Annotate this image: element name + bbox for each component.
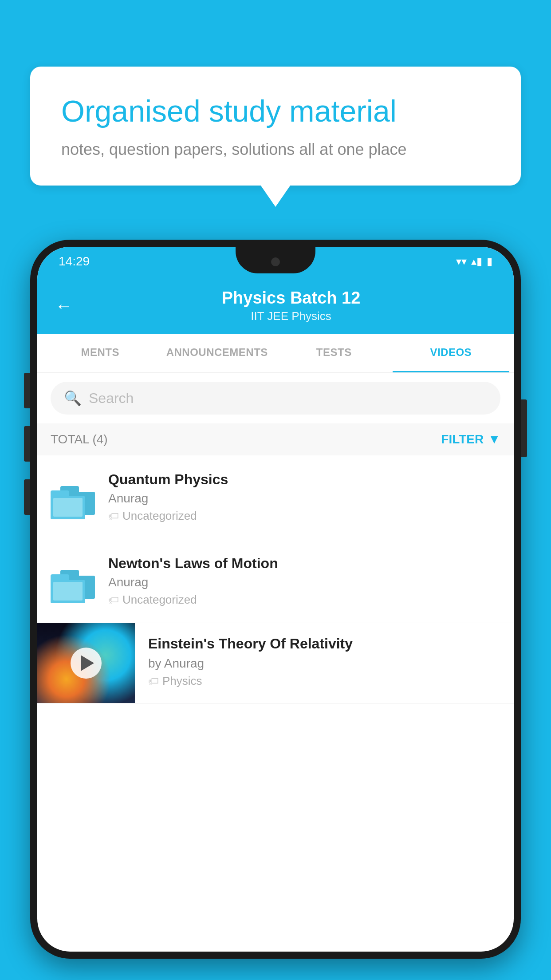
folder-front: [51, 490, 85, 519]
filter-bar: TOTAL (4) FILTER ▼: [37, 423, 514, 455]
tag-icon-3: 🏷: [148, 675, 159, 688]
filter-icon: ▼: [488, 432, 500, 447]
folder-icon: [51, 559, 95, 603]
video-title-2: Newton's Laws of Motion: [108, 555, 500, 572]
tab-tests[interactable]: TESTS: [276, 334, 393, 372]
camera-dot: [271, 257, 280, 266]
header-title: Physics Batch 12: [86, 288, 496, 308]
list-item[interactable]: Quantum Physics Anurag 🏷 Uncategorized: [37, 455, 514, 539]
tag-text-1: Uncategorized: [122, 509, 197, 523]
bubble-subtitle: notes, question papers, solutions all at…: [61, 140, 490, 159]
status-icons: ▾▾ ▴▮ ▮: [456, 255, 492, 268]
signal-icon: ▴▮: [471, 255, 482, 268]
phone-frame: 14:29 ▾▾ ▴▮ ▮ ← Physics Batch 12 IIT JEE…: [30, 240, 521, 959]
search-bar[interactable]: 🔍 Search: [51, 382, 500, 415]
folder-icon: [51, 475, 95, 519]
folder-front: [51, 574, 85, 603]
folder-front-body: [51, 580, 85, 603]
list-item[interactable]: Newton's Laws of Motion Anurag 🏷 Uncateg…: [37, 539, 514, 623]
video-tag-1: 🏷 Uncategorized: [108, 509, 500, 523]
video-title-3: Einstein's Theory Of Relativity: [148, 636, 500, 652]
folder-front-body: [51, 496, 85, 519]
tag-icon-1: 🏷: [108, 510, 119, 522]
tab-videos[interactable]: VIDEOS: [393, 334, 510, 372]
tag-icon-2: 🏷: [108, 594, 119, 606]
total-count: TOTAL (4): [51, 432, 108, 447]
search-container: 🔍 Search: [37, 373, 514, 423]
play-icon: [81, 655, 94, 671]
speech-bubble-container: Organised study material notes, question…: [30, 67, 521, 186]
header-subtitle: IIT JEE Physics: [86, 309, 496, 323]
status-bar: 14:29 ▾▾ ▴▮ ▮: [37, 247, 514, 276]
folder-thumbnail-1: [51, 473, 95, 522]
video-thumbnail-3: [37, 623, 135, 703]
notch: [236, 247, 315, 273]
video-author-1: Anurag: [108, 491, 500, 506]
filter-label: FILTER: [441, 432, 484, 447]
phone-wrapper: 14:29 ▾▾ ▴▮ ▮ ← Physics Batch 12 IIT JEE…: [30, 240, 521, 959]
list-item[interactable]: Einstein's Theory Of Relativity by Anura…: [37, 623, 514, 703]
search-placeholder: Search: [89, 390, 134, 407]
wifi-icon: ▾▾: [456, 255, 467, 268]
filter-button[interactable]: FILTER ▼: [441, 432, 500, 447]
phone-screen: 14:29 ▾▾ ▴▮ ▮ ← Physics Batch 12 IIT JEE…: [37, 247, 514, 952]
speech-bubble: Organised study material notes, question…: [30, 67, 521, 186]
status-time: 14:29: [59, 254, 90, 269]
battery-icon: ▮: [487, 255, 492, 268]
video-author-2: Anurag: [108, 575, 500, 589]
back-button[interactable]: ←: [55, 296, 73, 316]
video-tag-3: 🏷 Physics: [148, 674, 500, 688]
video-author-3: by Anurag: [148, 656, 500, 671]
header-title-block: Physics Batch 12 IIT JEE Physics: [86, 288, 496, 323]
tab-announcements[interactable]: ANNOUNCEMENTS: [159, 334, 276, 372]
tag-text-3: Physics: [162, 674, 202, 688]
app-header: ← Physics Batch 12 IIT JEE Physics: [37, 276, 514, 334]
folder-front-inner: [53, 582, 83, 601]
video-info-2: Newton's Laws of Motion Anurag 🏷 Uncateg…: [108, 555, 500, 607]
video-tag-2: 🏷 Uncategorized: [108, 593, 500, 607]
bubble-title: Organised study material: [61, 93, 490, 130]
tab-ments[interactable]: MENTS: [42, 334, 159, 372]
video-list: Quantum Physics Anurag 🏷 Uncategorized: [37, 455, 514, 703]
video-info-3: Einstein's Theory Of Relativity by Anura…: [135, 623, 514, 700]
folder-thumbnail-2: [51, 557, 95, 605]
folder-front-inner: [53, 498, 83, 517]
search-icon: 🔍: [64, 390, 82, 407]
video-info-1: Quantum Physics Anurag 🏷 Uncategorized: [108, 471, 500, 523]
play-button[interactable]: [71, 648, 102, 679]
tabs-bar: MENTS ANNOUNCEMENTS TESTS VIDEOS: [37, 334, 514, 373]
video-title-1: Quantum Physics: [108, 471, 500, 488]
tag-text-2: Uncategorized: [122, 593, 197, 607]
